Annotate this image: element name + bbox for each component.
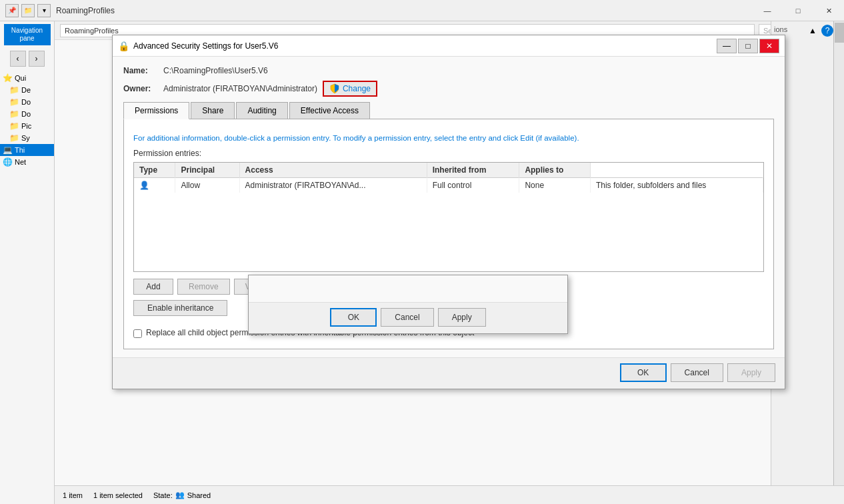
state-icon: 👥 xyxy=(175,491,185,499)
dialog2-cancel-button[interactable]: Cancel xyxy=(381,308,433,327)
status-item-state: State: 👥 Shared xyxy=(153,491,211,499)
status-bar: 1 item 1 item selected State: 👥 Shared xyxy=(55,485,844,504)
sidebar-item-this-pc[interactable]: 💻 Thi xyxy=(0,144,54,156)
ok-button-label: OK xyxy=(637,368,649,377)
apply-button-label: Apply xyxy=(741,368,761,377)
sidebar-item-quick-access[interactable]: ⭐ Qui xyxy=(0,72,54,84)
cancel-button[interactable]: Cancel xyxy=(671,363,723,382)
sidebar-item-label: Qui xyxy=(15,74,26,82)
folder-icon-sy: 📁 xyxy=(9,133,19,143)
dialog2-content-area xyxy=(258,282,558,295)
status-item-selected: 1 item selected xyxy=(93,491,143,499)
replace-checkbox[interactable] xyxy=(133,329,142,338)
row-inherited: None xyxy=(519,178,591,193)
forward-button[interactable]: › xyxy=(29,51,45,67)
star-icon: ⭐ xyxy=(3,73,13,83)
breadcrumb-text: RoamingProfiles xyxy=(65,27,119,35)
shield-icon xyxy=(329,83,340,94)
tab-effective-access-label: Effective Access xyxy=(301,106,359,115)
titlebar-icons: 📌 📁 ▾ xyxy=(5,4,51,17)
sidebar-item-network[interactable]: 🌐 Net xyxy=(0,156,54,168)
dialog2-apply-button[interactable]: Apply xyxy=(438,308,486,327)
back-button[interactable]: ‹ xyxy=(10,51,26,67)
ok-button[interactable]: OK xyxy=(620,363,667,382)
dialog2-ok-button[interactable]: OK xyxy=(330,308,377,327)
dialog-window-controls: — □ ✕ xyxy=(717,39,779,53)
app-body: Navigation pane ‹ › ⭐ Qui 📁 De 📁 Do 📁 Do xyxy=(0,21,844,504)
table-row[interactable]: 👤 Allow Administrator (FIRATBOYAN\Ad... … xyxy=(134,178,763,193)
close-button[interactable]: ✕ xyxy=(813,0,844,21)
tab-permissions[interactable]: Permissions xyxy=(123,102,189,119)
app-title: RoamingProfiles xyxy=(56,6,115,15)
quick-access-icon[interactable]: 📌 xyxy=(5,4,19,17)
enable-inheritance-label: Enable inheritance xyxy=(147,303,213,313)
permission-entries-label: Permission entries: xyxy=(133,149,764,158)
dialog-title-text: Advanced Security Settings for User5.V6 xyxy=(133,41,717,51)
tab-auditing[interactable]: Auditing xyxy=(236,102,287,119)
user-icon: 👤 xyxy=(139,181,149,190)
window-controls: — □ ✕ xyxy=(752,0,844,21)
nav-arrows: ‹ › xyxy=(10,51,45,67)
advanced-security-dialog: 🔒 Advanced Security Settings for User5.V… xyxy=(112,35,785,389)
sidebar-item-pic[interactable]: 📁 Pic xyxy=(0,120,54,132)
row-applies-to: This folder, subfolders and files xyxy=(590,178,763,193)
folder-icon-do1: 📁 xyxy=(9,97,19,107)
folder-icon-do2: 📁 xyxy=(9,109,19,119)
remove-button[interactable]: Remove xyxy=(177,279,230,295)
tab-share[interactable]: Share xyxy=(191,102,235,119)
sidebar-label-net: Net xyxy=(15,158,26,166)
owner-row: Owner: Administrator (FIRATBOYAN\Adminis… xyxy=(123,81,774,97)
up-arrow-icon[interactable]: ▲ xyxy=(807,25,819,37)
vertical-scrollbar[interactable]: ▼ xyxy=(833,21,844,504)
sidebar-item-sy[interactable]: 📁 Sy xyxy=(0,132,54,144)
enable-inheritance-button[interactable]: Enable inheritance xyxy=(133,300,227,316)
info-text: For additional information, double-click… xyxy=(133,133,764,143)
minimize-button[interactable]: — xyxy=(752,0,783,21)
status-item-count: 1 item xyxy=(63,491,83,499)
dialog-close-btn[interactable]: ✕ xyxy=(759,39,779,53)
state-value: Shared xyxy=(187,491,211,499)
add-button[interactable]: Add xyxy=(133,279,173,295)
sidebar-item-do2[interactable]: 📁 Do xyxy=(0,108,54,120)
tabs-bar: Permissions Share Auditing Effective Acc… xyxy=(123,102,774,119)
dialog-footer: OK Cancel Apply xyxy=(113,357,785,389)
table-header-row: Type Principal Access Inherited from App… xyxy=(134,163,763,178)
dropdown-icon[interactable]: ▾ xyxy=(37,4,51,17)
selected-text: 1 item selected xyxy=(93,491,143,499)
cancel-button-label: Cancel xyxy=(685,368,709,377)
maximize-button[interactable]: □ xyxy=(783,0,813,21)
help-icon[interactable]: ? xyxy=(821,25,833,37)
sidebar-item-do1[interactable]: 📁 Do xyxy=(0,96,54,108)
row-principal: Administrator (FIRATBOYAN\Ad... xyxy=(239,178,427,193)
dialog-title-icon: 🔒 xyxy=(118,41,129,51)
row-access: Full control xyxy=(427,178,519,193)
dialog-maximize-btn[interactable]: □ xyxy=(738,39,758,53)
col-access: Access xyxy=(239,163,427,178)
right-panel-label: ions xyxy=(774,25,787,33)
sidebar-label-pic: Pic xyxy=(21,122,31,130)
col-principal: Principal xyxy=(175,163,239,178)
name-row: Name: C:\RoamingProfiles\User5.V6 xyxy=(123,66,774,75)
dialog2-apply-label: Apply xyxy=(452,313,472,322)
nav-pane-label: Navigation pane xyxy=(4,27,51,43)
dialog-minimize-btn[interactable]: — xyxy=(717,39,737,53)
scrollbar-thumb[interactable] xyxy=(835,23,844,43)
dialog-titlebar: 🔒 Advanced Security Settings for User5.V… xyxy=(113,35,785,57)
row-type: Allow xyxy=(175,178,239,193)
sidebar-label-do2: Do xyxy=(21,110,31,118)
tab-effective-access[interactable]: Effective Access xyxy=(289,102,370,119)
nav-pane-button[interactable]: Navigation pane xyxy=(4,24,51,45)
dialog2-cancel-label: Cancel xyxy=(395,313,419,322)
change-owner-button[interactable]: Change xyxy=(323,81,377,97)
add-button-label: Add xyxy=(146,282,160,291)
sidebar-item-de[interactable]: 📁 De xyxy=(0,84,54,96)
dialog2-ok-label: OK xyxy=(348,313,359,322)
apply-button[interactable]: Apply xyxy=(727,363,775,382)
secondary-dialog-footer: OK Cancel Apply xyxy=(249,302,567,333)
tab-auditing-label: Auditing xyxy=(247,106,276,115)
sidebar-label-de: De xyxy=(21,86,31,94)
remove-button-label: Remove xyxy=(189,282,219,291)
col-type: Type xyxy=(134,163,175,178)
folder-icon[interactable]: 📁 xyxy=(21,4,35,17)
row-icon: 👤 xyxy=(134,178,175,193)
